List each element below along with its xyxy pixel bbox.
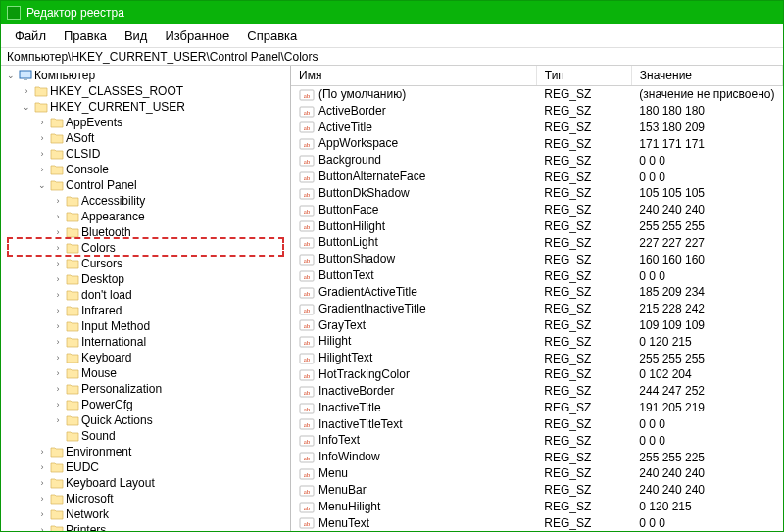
chevron-right-icon[interactable]: › xyxy=(52,242,64,254)
value-row[interactable]: abMenuBarREG_SZ240 240 240 xyxy=(291,482,783,499)
column-header-name[interactable]: Имя xyxy=(291,66,536,86)
chevron-right-icon[interactable]: › xyxy=(52,211,64,222)
value-data: 0 0 0 xyxy=(631,169,782,185)
tree-item-quick-actions[interactable]: ›Quick Actions xyxy=(50,412,290,428)
menu-file[interactable]: Файл xyxy=(7,26,54,45)
chevron-right-icon[interactable]: › xyxy=(52,352,64,363)
chevron-right-icon[interactable]: › xyxy=(36,508,48,520)
chevron-down-icon[interactable]: ⌄ xyxy=(21,101,32,113)
tree-item-computer[interactable]: ⌄Компьютер xyxy=(3,68,290,83)
tree-item-cursors[interactable]: ›Cursors xyxy=(50,256,290,271)
tree-item-desktop[interactable]: ›Desktop xyxy=(50,271,290,287)
tree-item-bluetooth[interactable]: ›Bluetooth xyxy=(50,224,290,240)
chevron-right-icon[interactable]: › xyxy=(36,524,48,532)
value-row[interactable]: ab(По умолчанию)REG_SZ(значение не присв… xyxy=(291,86,783,103)
chevron-right-icon[interactable]: › xyxy=(52,383,64,395)
chevron-down-icon[interactable]: ⌄ xyxy=(5,70,17,81)
value-row[interactable]: abButtonShadowREG_SZ160 160 160 xyxy=(291,251,783,267)
chevron-right-icon[interactable]: › xyxy=(52,258,64,269)
chevron-right-icon[interactable]: › xyxy=(36,493,48,505)
chevron-right-icon[interactable]: › xyxy=(52,336,64,348)
column-header-type[interactable]: Тип xyxy=(536,66,631,86)
value-row[interactable]: abMenuTextREG_SZ0 0 0 xyxy=(291,515,783,532)
value-row[interactable]: abActiveBorderREG_SZ180 180 180 xyxy=(291,103,783,120)
chevron-right-icon[interactable]: › xyxy=(36,132,48,144)
chevron-right-icon[interactable]: › xyxy=(36,164,48,175)
value-row[interactable]: abGrayTextREG_SZ109 109 109 xyxy=(291,317,783,334)
value-row[interactable]: abGradientActiveTitleREG_SZ185 209 234 xyxy=(291,284,783,301)
tree-item-keyboard-layout[interactable]: ›Keyboard Layout xyxy=(34,475,290,491)
chevron-right-icon[interactable]: › xyxy=(36,446,48,458)
chevron-right-icon[interactable]: › xyxy=(52,289,64,301)
value-row[interactable]: abButtonAlternateFaceREG_SZ0 0 0 xyxy=(291,169,783,185)
string-value-icon: ab xyxy=(299,286,315,300)
tree-item-control-panel[interactable]: ⌄Control Panel xyxy=(34,177,290,193)
chevron-right-icon[interactable]: › xyxy=(52,399,64,411)
value-row[interactable]: abHotTrackingColorREG_SZ0 102 204 xyxy=(291,366,783,383)
chevron-right-icon[interactable]: › xyxy=(36,148,48,160)
tree-item-input-method[interactable]: ›Input Method xyxy=(50,318,290,334)
tree-item-colors[interactable]: ›Colors xyxy=(50,240,290,256)
tree-item-network[interactable]: ›Network xyxy=(34,507,290,522)
chevron-right-icon[interactable]: › xyxy=(52,367,64,379)
value-row[interactable]: abButtonTextREG_SZ0 0 0 xyxy=(291,267,783,284)
tree-item-sound[interactable]: Sound xyxy=(50,428,290,444)
tree-item-accessibility[interactable]: ›Accessibility xyxy=(50,193,290,209)
tree-item-clsid[interactable]: ›CLSID xyxy=(34,146,290,162)
tree-item-infrared[interactable]: ›Infrared xyxy=(50,303,290,318)
value-row[interactable]: abInfoTextREG_SZ0 0 0 xyxy=(291,432,783,449)
chevron-right-icon[interactable]: › xyxy=(36,477,48,489)
tree-item-personalization[interactable]: ›Personalization xyxy=(50,381,290,397)
chevron-right-icon[interactable]: › xyxy=(52,226,64,238)
menu-favorites[interactable]: Избранное xyxy=(157,26,237,45)
tree-item-asoft[interactable]: ›ASoft xyxy=(34,130,290,146)
value-row[interactable]: abBackgroundREG_SZ0 0 0 xyxy=(291,152,783,169)
chevron-right-icon[interactable]: › xyxy=(52,305,64,316)
tree-item-appearance[interactable]: ›Appearance xyxy=(50,209,290,224)
value-row[interactable]: abAppWorkspaceREG_SZ171 171 171 xyxy=(291,135,783,152)
tree-item-international[interactable]: ›International xyxy=(50,334,290,350)
tree-item-hkcu[interactable]: ⌄HKEY_CURRENT_USER xyxy=(19,99,290,115)
menu-view[interactable]: Вид xyxy=(117,26,156,45)
chevron-right-icon[interactable]: › xyxy=(36,461,48,473)
column-header-value[interactable]: Значение xyxy=(631,66,782,86)
chevron-right-icon[interactable]: › xyxy=(36,117,48,128)
menu-edit[interactable]: Правка xyxy=(56,26,115,45)
address-bar[interactable]: Компьютер\HKEY_CURRENT_USER\Control Pane… xyxy=(1,48,783,66)
tree-item-powercfg[interactable]: ›PowerCfg xyxy=(50,397,290,412)
tree-item-hkcr[interactable]: ›HKEY_CLASSES_ROOT xyxy=(19,83,290,99)
tree-item-mouse[interactable]: ›Mouse xyxy=(50,365,290,381)
value-row[interactable]: abMenuREG_SZ240 240 240 xyxy=(291,465,783,482)
value-row[interactable]: abHilightREG_SZ0 120 215 xyxy=(291,333,783,350)
value-row[interactable]: abButtonHilightREG_SZ255 255 255 xyxy=(291,218,783,235)
values-pane[interactable]: Имя Тип Значение ab(По умолчанию)REG_SZ(… xyxy=(291,66,783,532)
tree-item-keyboard[interactable]: ›Keyboard xyxy=(50,350,290,365)
chevron-right-icon[interactable]: › xyxy=(52,195,64,207)
tree-item-appevents[interactable]: ›AppEvents xyxy=(34,115,290,130)
value-row[interactable]: abButtonDkShadowREG_SZ105 105 105 xyxy=(291,185,783,202)
value-row[interactable]: abHilightTextREG_SZ255 255 255 xyxy=(291,350,783,366)
value-row[interactable]: abGradientInactiveTitleREG_SZ215 228 242 xyxy=(291,301,783,317)
svg-text:ab: ab xyxy=(304,124,311,132)
value-row[interactable]: abButtonFaceREG_SZ240 240 240 xyxy=(291,202,783,218)
chevron-down-icon[interactable]: ⌄ xyxy=(36,179,48,191)
chevron-right-icon[interactable]: › xyxy=(52,320,64,332)
tree-item-environment[interactable]: ›Environment xyxy=(34,444,290,459)
value-row[interactable]: abInactiveTitleTextREG_SZ0 0 0 xyxy=(291,416,783,433)
value-row[interactable]: abMenuHilightREG_SZ0 120 215 xyxy=(291,499,783,515)
tree-item-console[interactable]: ›Console xyxy=(34,162,290,177)
tree-item-printers[interactable]: ›Printers xyxy=(34,522,290,532)
tree-pane[interactable]: ⌄Компьютер›HKEY_CLASSES_ROOT⌄HKEY_CURREN… xyxy=(1,66,291,532)
value-row[interactable]: abButtonLightREG_SZ227 227 227 xyxy=(291,234,783,251)
value-row[interactable]: abInactiveTitleREG_SZ191 205 219 xyxy=(291,400,783,416)
chevron-right-icon[interactable]: › xyxy=(52,273,64,285)
menu-help[interactable]: Справка xyxy=(239,26,305,45)
tree-item-microsoft[interactable]: ›Microsoft xyxy=(34,491,290,507)
value-row[interactable]: abInactiveBorderREG_SZ244 247 252 xyxy=(291,383,783,400)
chevron-right-icon[interactable]: › xyxy=(52,414,64,426)
value-row[interactable]: abActiveTitleREG_SZ153 180 209 xyxy=(291,120,783,136)
tree-item-don-t-load[interactable]: ›don't load xyxy=(50,287,290,303)
value-row[interactable]: abInfoWindowREG_SZ255 255 225 xyxy=(291,449,783,465)
chevron-right-icon[interactable]: › xyxy=(21,85,32,97)
tree-item-eudc[interactable]: ›EUDC xyxy=(34,459,290,475)
